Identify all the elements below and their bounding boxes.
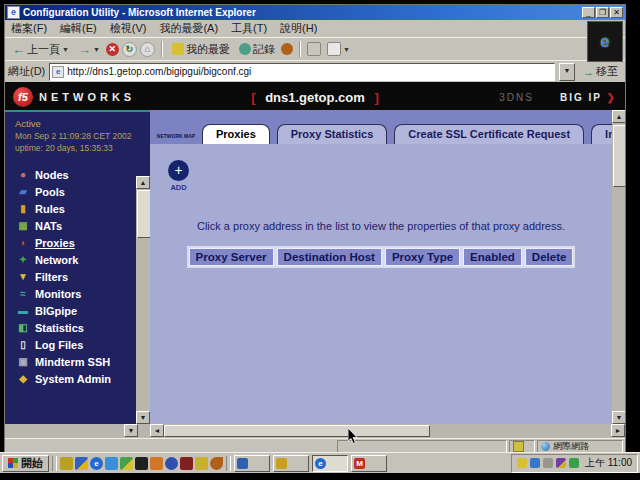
sidebar-item-nodes[interactable]: ●Nodes [17,166,150,183]
scroll-up-icon[interactable]: ▲ [136,176,150,189]
status-bar: 網際網路 [5,438,625,453]
scrollbar-thumb[interactable] [137,190,151,238]
sidebar-item-label: Rules [35,203,65,215]
back-button[interactable]: ← 上一頁 ▼ [9,41,72,58]
quicklaunch-icon[interactable] [75,457,88,470]
sidebar-item-label: Log Files [35,339,83,351]
tray-icon[interactable] [517,458,527,468]
tray-icon[interactable] [569,458,579,468]
quicklaunch-icon[interactable] [195,457,208,470]
forward-dropdown-icon[interactable]: ▼ [93,46,100,53]
task-icon [237,458,248,469]
task-icon: M [354,458,365,469]
tray-icon[interactable] [530,458,540,468]
task-button[interactable] [273,455,309,472]
sidebar-item-proxies[interactable]: ◗Proxies [17,234,150,251]
browser-toolbar: ← 上一頁 ▼ → ▼ ✕ ↻ ⌂ 我的最愛 記錄 ▼ [5,37,625,60]
media-button[interactable] [281,43,293,55]
menu-file[interactable]: 檔案(F) [11,21,47,36]
sidebar-item-system-admin[interactable]: ◆System Admin [17,370,150,387]
sidebar-item-rules[interactable]: ▮Rules [17,200,150,217]
column-destination-host[interactable]: Destination Host [277,248,382,266]
stop-button[interactable]: ✕ [106,43,119,56]
sidebar-item-log-files[interactable]: ▯Log Files [17,336,150,353]
sidebar-item-network[interactable]: ✦Network [17,251,150,268]
quicklaunch-icon[interactable] [180,457,193,470]
sidebar-item-statistics[interactable]: ◧Statistics [17,319,150,336]
nodes-icon: ● [17,169,29,180]
quicklaunch-icon[interactable] [150,457,163,470]
scroll-down-icon[interactable]: ▼ [124,424,138,437]
main-horizontal-scrollbar[interactable]: ◄ ► [150,424,625,438]
menu-help[interactable]: 說明(H) [280,21,317,36]
statistics-icon: ◧ [17,322,29,333]
add-label: ADD [168,183,189,192]
address-input[interactable]: e http://dns1.getop.com/bigipgui/bigconf… [49,63,555,81]
menu-view[interactable]: 檢視(V) [110,21,147,36]
go-button[interactable]: → 移至 [579,64,622,79]
sidebar-scrollbar[interactable]: ▲ ▼ [136,176,150,424]
sidebar-item-mindterm-ssh[interactable]: ▣Mindterm SSH [17,353,150,370]
scrollbar-thumb[interactable] [613,125,625,187]
scroll-up-icon[interactable]: ▲ [612,110,625,123]
forward-button[interactable]: → ▼ [75,41,103,58]
quicklaunch-icon[interactable] [120,457,133,470]
tab-proxy-statistics[interactable]: Proxy Statistics [277,124,388,144]
start-button[interactable]: 開始 [2,455,49,472]
quicklaunch-icon[interactable] [210,457,223,470]
edit-dropdown-icon[interactable]: ▼ [343,46,350,53]
column-enabled[interactable]: Enabled [463,248,522,266]
task-button-active-ie[interactable]: e [312,455,348,472]
scroll-right-icon[interactable]: ► [611,424,625,437]
menu-edit[interactable]: 編輯(E) [60,21,97,36]
favorites-button[interactable]: 我的最愛 [169,41,233,58]
tab-create-ssl-certificate-request[interactable]: Create SSL Certificate Request [394,124,584,144]
sidebar-item-monitors[interactable]: ≈Monitors [17,285,150,302]
maximize-button[interactable]: ❐ [596,7,609,18]
scroll-down-icon[interactable]: ▼ [612,411,625,424]
tray-icon[interactable] [543,458,553,468]
edit-button[interactable]: ▼ [324,41,353,57]
toolbar-separator [299,41,301,57]
column-proxy-type[interactable]: Proxy Type [385,248,460,266]
close-button[interactable]: ✕ [610,7,623,18]
task-icon [276,458,287,469]
task-button[interactable]: M [351,455,387,472]
sidebar-item-pools[interactable]: ▰Pools [17,183,150,200]
back-dropdown-icon[interactable]: ▼ [62,46,69,53]
browser-window: e Configuration Utility - Microsoft Inte… [4,4,626,452]
address-dropdown-button[interactable]: ▼ [559,63,575,81]
column-delete[interactable]: Delete [525,248,574,266]
quicklaunch-icon[interactable] [60,457,73,470]
network-map-button[interactable]: NETWORK MAP [154,124,198,142]
sidebar-item-bigpipe[interactable]: ▬BIGpipe [17,302,150,319]
main-vertical-scrollbar[interactable]: ▲ ▼ [612,110,625,424]
tray-icon[interactable] [556,458,566,468]
history-button[interactable]: 記錄 [236,41,278,58]
windows-logo-icon [8,458,18,468]
tab-proxies[interactable]: Proxies [202,124,270,144]
print-button[interactable] [307,42,321,56]
pools-icon: ▰ [17,186,29,197]
refresh-button[interactable]: ↻ [122,42,137,57]
main-frame: NETWORK MAP Proxies Proxy Statistics Cre… [150,110,625,424]
minimize-button[interactable]: _ [582,7,595,18]
quicklaunch-icon[interactable] [105,457,118,470]
sidebar-item-filters[interactable]: ▼Filters [17,268,150,285]
quicklaunch-icon[interactable] [165,457,178,470]
scroll-left-icon[interactable]: ◄ [150,424,164,437]
go-icon: → [583,66,594,78]
task-button[interactable] [234,455,270,472]
quicklaunch-icon-ie[interactable]: e [90,457,103,470]
quicklaunch-icon[interactable] [135,457,148,470]
instruction-text: Click a proxy address in the list to vie… [150,220,612,232]
scrollbar-thumb[interactable] [164,425,430,437]
sidebar-item-nats[interactable]: ▦NATs [17,217,150,234]
home-button[interactable]: ⌂ [140,42,155,57]
menu-tools[interactable]: 工具(T) [231,21,267,36]
menu-favorites[interactable]: 我的最愛(A) [159,21,218,36]
column-proxy-server[interactable]: Proxy Server [189,248,274,266]
add-proxy-button[interactable]: + ADD [168,160,189,192]
network-map-label: NETWORK MAP [157,133,195,139]
scroll-down-icon[interactable]: ▼ [136,411,150,424]
